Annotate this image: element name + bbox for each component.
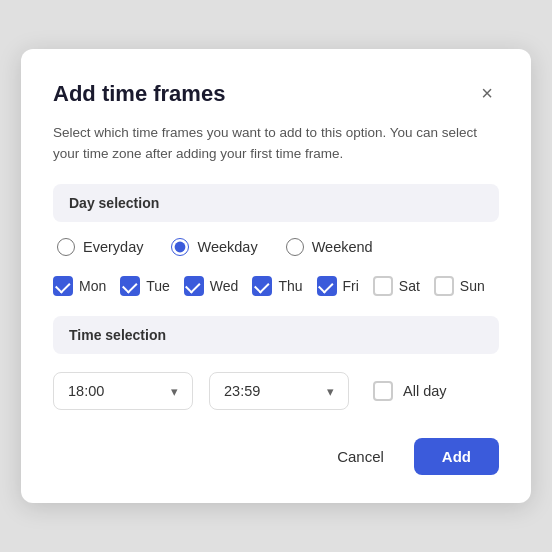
start-time-select[interactable]: 18:00 ▾ — [53, 372, 193, 410]
allday-label[interactable]: All day — [373, 381, 447, 401]
day-label-tue: Tue — [146, 278, 170, 294]
day-label-fri: Fri — [343, 278, 359, 294]
radio-weekend-label: Weekend — [312, 239, 373, 255]
day-item-sun[interactable]: Sun — [434, 276, 485, 296]
radio-weekend[interactable]: Weekend — [286, 238, 373, 256]
add-button[interactable]: Add — [414, 438, 499, 475]
end-time-chevron-icon: ▾ — [327, 384, 334, 399]
end-time-value: 23:59 — [224, 383, 260, 399]
checkbox-fri — [317, 276, 337, 296]
day-label-thu: Thu — [278, 278, 302, 294]
day-item-thu[interactable]: Thu — [252, 276, 302, 296]
checkbox-tue — [120, 276, 140, 296]
radio-weekday-input[interactable] — [171, 238, 189, 256]
radio-everyday-input[interactable] — [57, 238, 75, 256]
radio-weekday[interactable]: Weekday — [171, 238, 257, 256]
day-label-sat: Sat — [399, 278, 420, 294]
day-checkboxes: Mon Tue Wed Thu Fri Sat Sun — [53, 276, 499, 296]
day-item-tue[interactable]: Tue — [120, 276, 170, 296]
day-selection-header: Day selection — [53, 184, 499, 222]
day-label-sun: Sun — [460, 278, 485, 294]
day-item-sat[interactable]: Sat — [373, 276, 420, 296]
day-item-mon[interactable]: Mon — [53, 276, 106, 296]
day-label-wed: Wed — [210, 278, 239, 294]
radio-everyday-label: Everyday — [83, 239, 143, 255]
close-button[interactable]: × — [475, 81, 499, 105]
start-time-chevron-icon: ▾ — [171, 384, 178, 399]
checkbox-mon — [53, 276, 73, 296]
checkbox-wed — [184, 276, 204, 296]
end-time-select[interactable]: 23:59 ▾ — [209, 372, 349, 410]
day-item-fri[interactable]: Fri — [317, 276, 359, 296]
day-item-wed[interactable]: Wed — [184, 276, 239, 296]
dialog-title: Add time frames — [53, 81, 225, 107]
allday-text: All day — [403, 383, 447, 399]
radio-weekend-input[interactable] — [286, 238, 304, 256]
start-time-value: 18:00 — [68, 383, 104, 399]
dialog-description: Select which time frames you want to add… — [53, 123, 499, 165]
radio-group: Everyday Weekday Weekend — [53, 238, 499, 256]
radio-everyday[interactable]: Everyday — [57, 238, 143, 256]
radio-weekday-label: Weekday — [197, 239, 257, 255]
dialog-footer: Cancel Add — [53, 438, 499, 475]
checkbox-sat — [373, 276, 393, 296]
dialog-header: Add time frames × — [53, 81, 499, 107]
cancel-button[interactable]: Cancel — [319, 438, 402, 475]
allday-checkbox — [373, 381, 393, 401]
checkbox-sun — [434, 276, 454, 296]
add-time-frames-dialog: Add time frames × Select which time fram… — [21, 49, 531, 504]
checkbox-thu — [252, 276, 272, 296]
day-label-mon: Mon — [79, 278, 106, 294]
time-row: 18:00 ▾ 23:59 ▾ All day — [53, 372, 499, 410]
time-selection-header: Time selection — [53, 316, 499, 354]
